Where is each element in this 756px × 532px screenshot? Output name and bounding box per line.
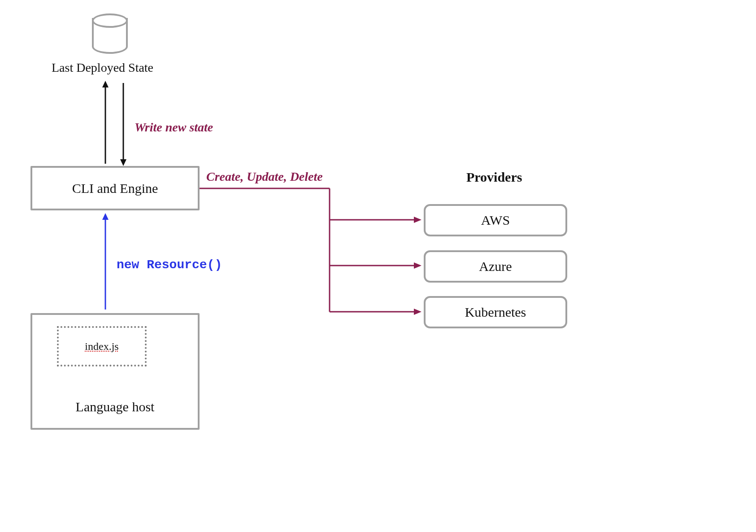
svg-marker-3 xyxy=(120,159,126,166)
provider-azure-label: Azure xyxy=(479,259,512,274)
svg-marker-11 xyxy=(414,262,421,269)
provider-aws-label: AWS xyxy=(481,213,510,228)
new-resource-annotation: new Resource() xyxy=(117,258,222,272)
index-file-label: index.js xyxy=(85,340,118,353)
state-caption: Last Deployed State xyxy=(52,61,153,75)
cli-engine-label: CLI and Engine xyxy=(72,181,158,196)
provider-aws: AWS xyxy=(424,204,567,236)
arrow-new-resource xyxy=(101,213,110,312)
language-host-label: Language host xyxy=(76,399,155,414)
provider-azure: Azure xyxy=(424,250,567,283)
arrow-state-to-engine xyxy=(119,81,128,166)
cli-engine-box: CLI and Engine xyxy=(30,166,200,210)
svg-marker-9 xyxy=(414,217,421,223)
providers-heading: Providers xyxy=(466,170,522,185)
crud-annotation: Create, Update, Delete xyxy=(206,170,323,184)
svg-marker-13 xyxy=(414,309,421,315)
svg-marker-5 xyxy=(102,213,109,220)
state-cylinder xyxy=(92,13,128,54)
index-file-box: index.js xyxy=(57,326,147,366)
write-state-annotation: Write new state xyxy=(135,120,213,135)
provider-kubernetes-label: Kubernetes xyxy=(465,305,526,320)
provider-connector xyxy=(200,184,421,323)
svg-marker-1 xyxy=(102,81,109,87)
provider-kubernetes: Kubernetes xyxy=(424,296,567,328)
language-host-box: index.js Language host xyxy=(30,313,200,430)
arrow-engine-to-state xyxy=(101,81,110,166)
